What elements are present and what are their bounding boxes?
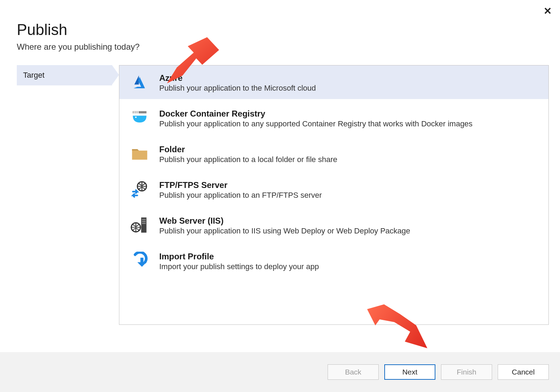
option-desc: Import your publish settings to deploy y…	[159, 262, 319, 271]
option-docker[interactable]: Docker Container Registry Publish your a…	[119, 101, 548, 135]
option-desc: Publish your application to an FTP/FTPS …	[159, 191, 322, 200]
dialog-footer: Back Next Finish Cancel	[0, 352, 560, 392]
svg-rect-8	[142, 221, 146, 222]
option-title: Folder	[159, 145, 337, 154]
option-azure[interactable]: Azure Publish your application to the Mi…	[119, 65, 548, 99]
back-button[interactable]: Back	[328, 364, 379, 380]
option-desc: Publish your application to IIS using We…	[159, 226, 410, 236]
svg-rect-7	[142, 219, 146, 220]
next-button[interactable]: Next	[384, 364, 435, 380]
option-title: Azure	[159, 73, 316, 83]
option-title: FTP/FTPS Server	[159, 180, 322, 190]
finish-button[interactable]: Finish	[441, 364, 492, 380]
azure-icon	[129, 72, 150, 93]
dialog-title: Publish	[17, 21, 560, 38]
target-options-list: Azure Publish your application to the Mi…	[119, 65, 549, 325]
svg-rect-2	[135, 111, 136, 114]
option-desc: Publish your application to any supporte…	[159, 119, 472, 128]
option-import-profile[interactable]: Import Profile Import your publish setti…	[119, 244, 548, 278]
step-target[interactable]: Target	[17, 65, 112, 85]
publish-dialog: ✕ Publish Where are you publishing today…	[0, 0, 560, 392]
svg-rect-1	[134, 111, 135, 114]
step-label: Target	[23, 71, 44, 79]
svg-rect-0	[133, 111, 147, 114]
option-desc: Publish your application to a local fold…	[159, 155, 337, 164]
svg-rect-3	[138, 111, 139, 114]
close-icon[interactable]: ✕	[544, 6, 552, 16]
option-folder[interactable]: Folder Publish your application to a loc…	[119, 137, 548, 170]
iis-icon	[129, 215, 150, 236]
import-icon	[129, 250, 150, 271]
dialog-subtitle: Where are you publishing today?	[17, 42, 560, 52]
ftp-icon	[129, 179, 150, 200]
option-desc: Publish your application to the Microsof…	[159, 84, 316, 93]
option-title: Web Server (IIS)	[159, 216, 410, 226]
option-title: Docker Container Registry	[159, 109, 472, 119]
dialog-header: Publish Where are you publishing today?	[0, 0, 560, 52]
option-ftp[interactable]: FTP/FTPS Server Publish your application…	[119, 173, 548, 206]
option-iis[interactable]: Web Server (IIS) Publish your applicatio…	[119, 208, 548, 242]
option-title: Import Profile	[159, 252, 319, 261]
svg-rect-9	[142, 223, 146, 224]
folder-icon	[129, 143, 150, 164]
svg-point-4	[135, 117, 136, 118]
docker-icon	[129, 107, 150, 128]
cancel-button[interactable]: Cancel	[498, 364, 549, 380]
wizard-steps: Target	[17, 65, 112, 85]
